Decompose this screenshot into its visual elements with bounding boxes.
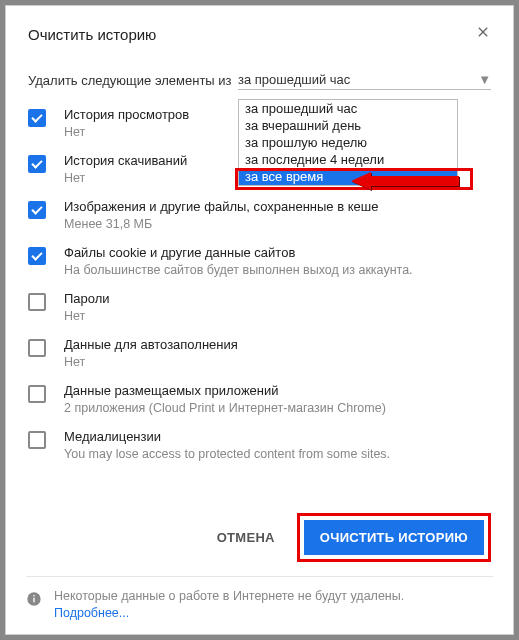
clear-browsing-data-dialog: Очистить историю Удалить следующие элеме… bbox=[5, 5, 514, 635]
data-type-subtitle: You may lose access to protected content… bbox=[64, 447, 491, 461]
data-type-texts: Файлы cookie и другие данные сайтовНа бо… bbox=[64, 245, 491, 277]
cancel-button[interactable]: ОТМЕНА bbox=[209, 520, 283, 555]
time-range-row: Удалить следующие элементы из за прошедш… bbox=[28, 70, 491, 90]
data-type-texts: Данные размещаемых приложений2 приложени… bbox=[64, 383, 491, 415]
svg-rect-1 bbox=[33, 598, 34, 603]
data-type-row: Изображения и другие файлы, сохраненные … bbox=[28, 192, 491, 238]
data-type-texts: Изображения и другие файлы, сохраненные … bbox=[64, 199, 491, 231]
data-type-title: Данные размещаемых приложений bbox=[64, 383, 491, 398]
checkbox[interactable] bbox=[28, 201, 46, 219]
data-type-subtitle: Нет bbox=[64, 355, 491, 369]
dialog-buttons: ОТМЕНА ОЧИСТИТЬ ИСТОРИЮ bbox=[28, 513, 491, 562]
data-type-title: Файлы cookie и другие данные сайтов bbox=[64, 245, 491, 260]
checkbox[interactable] bbox=[28, 431, 46, 449]
checkbox[interactable] bbox=[28, 339, 46, 357]
time-range-value: за прошедший час bbox=[238, 72, 350, 87]
svg-rect-2 bbox=[33, 595, 34, 596]
data-type-texts: Данные для автозаполненияНет bbox=[64, 337, 491, 369]
data-type-subtitle: Менее 31,8 МБ bbox=[64, 217, 491, 231]
data-type-row: Данные для автозаполненияНет bbox=[28, 330, 491, 376]
checkbox[interactable] bbox=[28, 385, 46, 403]
data-type-row: МедиалицензииYou may lose access to prot… bbox=[28, 422, 491, 468]
time-range-label: Удалить следующие элементы из bbox=[28, 73, 238, 88]
data-type-title: Пароли bbox=[64, 291, 491, 306]
info-icon bbox=[26, 591, 42, 607]
time-range-option[interactable]: за вчерашний день bbox=[239, 117, 457, 134]
footer-note: Некоторые данные о работе в Интернете не… bbox=[26, 576, 493, 620]
close-button[interactable] bbox=[475, 24, 491, 44]
time-range-option[interactable]: за прошедший час bbox=[239, 100, 457, 117]
dialog-title: Очистить историю bbox=[28, 26, 156, 43]
footer-text: Некоторые данные о работе в Интернете не… bbox=[54, 589, 404, 603]
time-range-option[interactable]: за все время bbox=[239, 168, 457, 185]
time-range-select[interactable]: за прошедший час ▼ bbox=[238, 70, 491, 90]
time-range-option[interactable]: за последние 4 недели bbox=[239, 151, 457, 168]
data-type-texts: МедиалицензииYou may lose access to prot… bbox=[64, 429, 491, 461]
checkbox[interactable] bbox=[28, 109, 46, 127]
data-type-title: Медиалицензии bbox=[64, 429, 491, 444]
dialog-header: Очистить историю bbox=[28, 24, 491, 44]
clear-data-button[interactable]: ОЧИСТИТЬ ИСТОРИЮ bbox=[304, 520, 484, 555]
data-type-title: Данные для автозаполнения bbox=[64, 337, 491, 352]
data-type-subtitle: На большинстве сайтов будет выполнен вых… bbox=[64, 263, 491, 277]
time-range-option[interactable]: за прошлую неделю bbox=[239, 134, 457, 151]
data-type-title: Изображения и другие файлы, сохраненные … bbox=[64, 199, 491, 214]
data-type-row: Данные размещаемых приложений2 приложени… bbox=[28, 376, 491, 422]
data-type-texts: ПаролиНет bbox=[64, 291, 491, 323]
annotation-highlight-box: ОЧИСТИТЬ ИСТОРИЮ bbox=[297, 513, 491, 562]
data-type-subtitle: Нет bbox=[64, 309, 491, 323]
data-type-subtitle: 2 приложения (Cloud Print и Интернет-маг… bbox=[64, 401, 491, 415]
footer-text-block: Некоторые данные о работе в Интернете не… bbox=[54, 589, 404, 620]
learn-more-link[interactable]: Подробнее... bbox=[54, 606, 404, 620]
chevron-down-icon: ▼ bbox=[478, 72, 491, 87]
data-type-row: Файлы cookie и другие данные сайтовНа бо… bbox=[28, 238, 491, 284]
checkbox[interactable] bbox=[28, 247, 46, 265]
close-icon bbox=[475, 24, 491, 40]
checkbox[interactable] bbox=[28, 155, 46, 173]
checkbox[interactable] bbox=[28, 293, 46, 311]
time-range-dropdown[interactable]: за прошедший часза вчерашний деньза прош… bbox=[238, 99, 458, 186]
data-type-row: ПаролиНет bbox=[28, 284, 491, 330]
